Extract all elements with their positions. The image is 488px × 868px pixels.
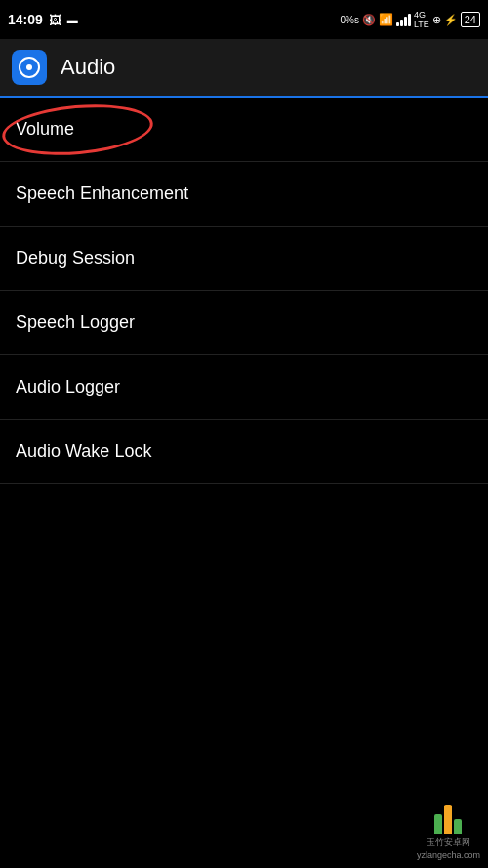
menu-item-label: Debug Session <box>16 248 135 268</box>
charging-icon: ⚡ <box>444 14 458 26</box>
app-icon <box>12 50 47 85</box>
notification-icon: ▬ <box>67 14 78 25</box>
menu-item-speech-enhancement[interactable]: Speech Enhancement <box>0 162 488 227</box>
menu-item-label: Speech Logger <box>16 312 135 332</box>
app-title: Audio <box>61 55 115 80</box>
watermark-text-line1: 玉竹安卓网 <box>427 836 470 848</box>
menu-item-label: Audio Logger <box>16 377 120 396</box>
camera-icon: 🖼 <box>49 13 61 27</box>
menu-item-volume[interactable]: Volume <box>0 98 488 162</box>
menu-item-label: Audio Wake Lock <box>16 441 151 461</box>
menu-item-debug-session[interactable]: Debug Session <box>0 227 488 291</box>
watermark-bar-3 <box>454 819 462 834</box>
watermark-bar-1 <box>434 814 442 834</box>
wifi-icon: 📶 <box>379 13 393 26</box>
watermark-logo <box>424 795 472 834</box>
menu-item-audio-wake-lock[interactable]: Audio Wake Lock <box>0 420 488 484</box>
data-icon: 0%s <box>340 15 358 25</box>
mute-icon: 🔇 <box>362 14 376 26</box>
battery-icon: 24 <box>461 12 480 27</box>
watermark-bar-2 <box>444 805 452 834</box>
menu-list: Volume Speech Enhancement Debug Session … <box>0 98 488 484</box>
status-bar: 14:09 🖼 ▬ 0%s 🔇 📶 4GLTE ⊕ ⚡ 24 <box>0 0 488 39</box>
status-time: 14:09 <box>8 12 43 27</box>
network-type-icon: 4GLTE <box>414 10 429 29</box>
audio-icon <box>19 57 40 78</box>
sync-icon: ⊕ <box>432 14 441 26</box>
status-right: 0%s 🔇 📶 4GLTE ⊕ ⚡ 24 <box>340 10 480 29</box>
menu-item-speech-logger[interactable]: Speech Logger <box>0 291 488 355</box>
signal-bars <box>396 13 411 26</box>
menu-item-audio-logger[interactable]: Audio Logger <box>0 355 488 420</box>
watermark-text-line2: yzlangecha.com <box>417 850 480 860</box>
status-left: 14:09 🖼 ▬ <box>8 12 78 27</box>
watermark: 玉竹安卓网 yzlangecha.com <box>417 795 480 860</box>
menu-item-label: Volume <box>16 119 74 139</box>
menu-item-label: Speech Enhancement <box>16 184 188 203</box>
app-header: Audio <box>0 39 488 98</box>
